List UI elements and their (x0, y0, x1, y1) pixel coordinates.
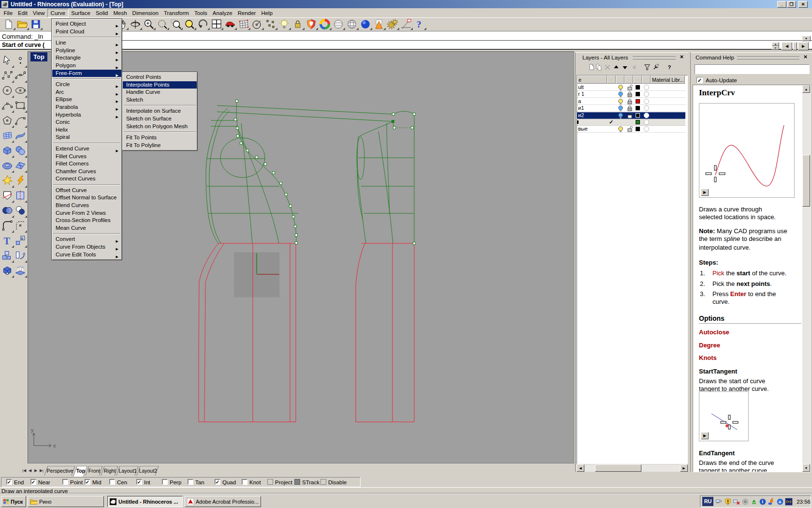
zoom-selected-icon[interactable] (184, 18, 196, 30)
help-option-knots[interactable]: Knots (699, 354, 717, 361)
osnap-int-checkbox[interactable]: ✓ (136, 479, 142, 485)
freeform-submenu-item-interpolate-points[interactable]: Interpolate Points (123, 81, 197, 89)
curve-menu-item-hyperbola[interactable]: Hyperbola▶ (52, 111, 121, 119)
osnap-quad-checkbox[interactable]: ✓ (215, 479, 220, 485)
curve-menu-item-fillet-curves[interactable]: Fillet Curves (52, 153, 121, 161)
menu-mesh[interactable]: Mesh (111, 9, 130, 17)
layers-tools-icon[interactable] (652, 63, 661, 72)
tab-nav-last-icon[interactable]: ▶| (39, 467, 44, 475)
layers-move-up-icon[interactable] (612, 63, 621, 72)
open-file-icon[interactable] (16, 18, 29, 30)
freeform-submenu-item-sketch[interactable]: Sketch (123, 96, 197, 104)
layers-copy-layer-icon[interactable] (595, 63, 604, 72)
help-search-input[interactable] (695, 64, 810, 74)
start-button[interactable]: Пуск (1, 496, 26, 507)
layer-row[interactable]: ✓ (577, 119, 685, 126)
curve-menu-item-rectangle[interactable]: Rectangle▶ (52, 54, 121, 62)
help-scroll-up-icon[interactable]: ▲ (802, 85, 810, 93)
torus-icon[interactable] (1, 159, 14, 173)
curve-cp-icon[interactable] (1, 69, 14, 83)
curve-menu-item-point-cloud[interactable]: Point Cloud▶ (52, 28, 121, 36)
layer-row[interactable]: вые (577, 126, 685, 133)
osnap-disable-checkbox[interactable] (320, 479, 326, 485)
sheet-icon[interactable] (14, 129, 27, 143)
color-wheel-icon[interactable] (319, 18, 332, 30)
help-play-button-2[interactable]: ▶ (701, 432, 709, 439)
tab-layout1[interactable]: Layout1 (116, 466, 138, 476)
menu-transform[interactable]: Transform (161, 9, 191, 17)
curve-menu-item-fillet-corners[interactable]: Fillet Corners (52, 160, 121, 168)
osnap-tan-checkbox[interactable] (188, 479, 193, 485)
curve-menu-item-helix[interactable]: Helix (52, 126, 121, 134)
tray-network-icon[interactable] (715, 498, 723, 506)
tray-net-error-icon[interactable] (733, 498, 740, 506)
curve-menu-item-spiral[interactable]: Spiral (52, 134, 121, 141)
trim-icon[interactable] (1, 189, 14, 203)
freeform-submenu-item-fit-to-polyline[interactable]: Fit To Polyline (123, 142, 197, 149)
tab-nav-first-icon[interactable]: |◀ (21, 467, 27, 475)
tray-eject-icon[interactable] (750, 498, 758, 506)
menu-edit[interactable]: Edit (15, 9, 30, 17)
help-option-degree[interactable]: Degree (699, 342, 720, 349)
taskbar-folder-button[interactable]: Рино (28, 496, 104, 507)
help-scroll-thumb[interactable] (802, 155, 810, 207)
layers-header-6[interactable]: Material Libr... (651, 75, 685, 84)
sphere-wire-icon[interactable] (346, 18, 359, 30)
rectangle-icon[interactable] (14, 99, 27, 113)
minimize-button[interactable]: _ (777, 1, 786, 8)
curve-menu-item-convert[interactable]: Convert▶ (52, 236, 121, 243)
text-icon[interactable]: T (1, 234, 14, 248)
osnap-point-checkbox[interactable] (62, 479, 68, 485)
layers-move-down-icon[interactable] (621, 63, 630, 72)
gears-icon[interactable] (387, 18, 399, 30)
layers-header-2[interactable] (616, 75, 624, 84)
curve-menu-item-curve-from-objects[interactable]: Curve From Objects▶ (52, 243, 121, 251)
layers-scroll-thumb[interactable] (595, 464, 641, 472)
lock-icon[interactable] (292, 18, 304, 30)
curve-menu-item-point-object[interactable]: Point Object▶ (52, 20, 121, 28)
tray-shield-alert-icon[interactable] (724, 498, 732, 506)
layers-move-left-icon[interactable] (630, 63, 639, 72)
layers-filter-icon[interactable] (643, 63, 652, 72)
curve-menu-item-connect-curves[interactable]: Connect Curves (52, 175, 121, 183)
tab-front[interactable]: Front (85, 466, 102, 476)
curve-menu-item-line[interactable]: Line▶ (52, 39, 121, 47)
curve-menu-item-ellipse[interactable]: Ellipse▶ (52, 96, 121, 104)
curve-menu-item-parabola[interactable]: Parabola▶ (52, 104, 121, 111)
undo-view-icon[interactable] (197, 18, 210, 30)
blocks-icon[interactable] (1, 249, 14, 263)
osnap-end-checkbox[interactable]: ✓ (6, 479, 12, 485)
lightning-icon[interactable] (14, 174, 27, 188)
menu-render[interactable]: Render (235, 9, 259, 17)
zoom-window-icon[interactable] (170, 18, 183, 30)
osnap-near-checkbox[interactable]: ✓ (30, 479, 36, 485)
menu-analyze[interactable]: Analyze (210, 9, 235, 17)
freeform-submenu-item-handle-curve[interactable]: Handle Curve (123, 89, 197, 96)
help-panel-close-icon[interactable]: ✕ (802, 54, 809, 60)
cursor-icon[interactable] (1, 54, 14, 68)
rotate-obj-icon[interactable] (14, 249, 27, 263)
save-file-icon[interactable] (30, 18, 43, 30)
extrude-icon[interactable] (14, 264, 27, 278)
command-dropdown-button[interactable]: ▼ (802, 36, 811, 41)
layer-row[interactable]: r 1 (577, 91, 685, 98)
osnap-perp-checkbox[interactable] (162, 479, 168, 485)
tray-info-icon[interactable]: i (759, 498, 767, 506)
curve-menu-item-extend-curve[interactable]: Extend Curve▶ (52, 145, 121, 153)
boolean-dark-icon[interactable] (1, 204, 14, 218)
help-icon[interactable]: ? (414, 18, 426, 30)
command-splitter[interactable] (793, 42, 797, 50)
patch-icon[interactable] (1, 129, 14, 143)
layers-header-0[interactable]: e (577, 75, 607, 84)
curve-3pt-icon[interactable] (1, 99, 14, 113)
scale-icon[interactable] (14, 234, 27, 248)
spheres-icon[interactable] (14, 144, 27, 158)
curve-menu-item-polygon[interactable]: Polygon▶ (52, 62, 121, 70)
layers-panel-close-icon[interactable]: ✕ (678, 54, 685, 60)
car-icon[interactable] (224, 18, 237, 30)
menu-curve[interactable]: Curve (47, 9, 69, 17)
shield-icon[interactable] (305, 18, 318, 30)
auto-update-checkbox[interactable]: ✓ (696, 77, 703, 83)
help-option-autoclose[interactable]: Autoclose (699, 329, 729, 336)
viewport-layout-icon[interactable] (211, 18, 223, 30)
